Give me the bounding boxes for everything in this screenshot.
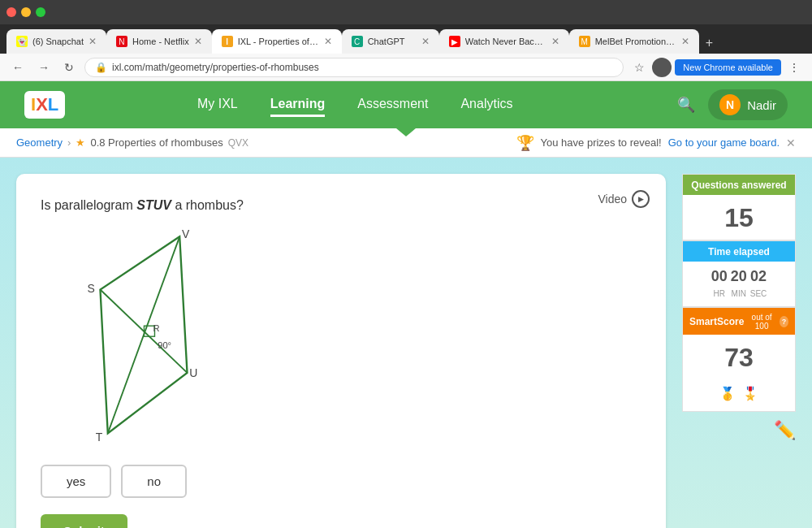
- time-min-value: 20: [731, 268, 747, 285]
- ixl-favicon: I: [222, 36, 233, 47]
- tab-chatgpt-close[interactable]: ✕: [421, 36, 430, 47]
- user-menu-button[interactable]: N Nadir: [708, 89, 788, 120]
- tab-netflix-title: Home - Netflix: [132, 37, 189, 46]
- tab-ixl-title: IXL - Properties of rhom...: [238, 37, 319, 46]
- header-arrow-indicator: [396, 128, 416, 136]
- question-suffix: a rhombus?: [171, 198, 244, 212]
- tab-netflix-close[interactable]: ✕: [194, 36, 202, 47]
- video-button[interactable]: Video ▶: [598, 190, 650, 208]
- answer-no-button[interactable]: no: [121, 465, 187, 498]
- user-avatar: N: [719, 94, 741, 115]
- melbet-favicon: M: [579, 36, 590, 47]
- svg-text:90°: 90°: [158, 340, 171, 350]
- questions-answered-value: 15: [683, 195, 795, 240]
- rhombus-diagram: V S T U R 90°: [49, 229, 227, 448]
- pencil-edit-button[interactable]: ✏️: [774, 420, 796, 441]
- breadcrumb-current: 0.8 Properties of rhombuses: [90, 136, 222, 149]
- tab-chatgpt-title: ChatGPT: [368, 37, 417, 46]
- tab-melbet-close[interactable]: ✕: [681, 36, 689, 47]
- profile-circle[interactable]: [652, 58, 672, 77]
- address-bar: ← → ↻ 🔒 ixl.com/math/geometry/properties…: [0, 54, 812, 81]
- question-card: Video ▶ Is parallelogram STUV a rhombus?: [16, 174, 666, 528]
- time-sec-label: SEC: [750, 289, 767, 298]
- breadcrumb: Geometry › ★ 0.8 Properties of rhombuses…: [16, 136, 248, 149]
- time-sec-value: 02: [750, 268, 767, 285]
- tab-melbet-title: MelBet Promotion - Roc...: [595, 37, 676, 46]
- forward-button[interactable]: →: [34, 59, 54, 76]
- prize-banner: 🏆 You have prizes to reveal! Go to your …: [516, 134, 796, 152]
- breadcrumb-separator: ›: [67, 136, 71, 149]
- video-play-icon: ▶: [632, 190, 650, 208]
- answer-buttons: yes no: [41, 465, 641, 498]
- new-tab-button[interactable]: +: [699, 32, 719, 54]
- back-button[interactable]: ←: [8, 59, 28, 76]
- breadcrumb-star-icon: ★: [76, 136, 85, 149]
- menu-button[interactable]: ⋮: [784, 59, 804, 76]
- youtube-favicon: ▶: [449, 36, 460, 47]
- question-text: Is parallelogram STUV a rhombus?: [41, 198, 641, 213]
- tab-youtube-close[interactable]: ✕: [551, 36, 559, 47]
- tab-chatgpt[interactable]: C ChatGPT ✕: [342, 29, 439, 54]
- question-prefix: Is parallelogram: [41, 198, 136, 212]
- trophy-icon: 🏆: [516, 134, 534, 152]
- video-label: Video: [598, 193, 627, 206]
- diagram-area: V S T U R 90°: [49, 229, 227, 448]
- tab-youtube[interactable]: ▶ Watch Never Back Down... ✕: [439, 29, 569, 54]
- smartscore-label: SmartScore: [689, 316, 744, 327]
- tab-melbet[interactable]: M MelBet Promotion - Roc... ✕: [569, 29, 699, 54]
- snapchat-favicon: 👻: [16, 36, 28, 47]
- search-button[interactable]: 🔍: [677, 96, 695, 114]
- time-values: 00 HR 20 MIN 02 SEC: [683, 262, 795, 306]
- svg-text:U: U: [189, 366, 197, 379]
- time-hr-unit: 00 HR: [711, 268, 728, 300]
- nav-analytics[interactable]: Analytics: [460, 93, 512, 117]
- smartscore-sub: out of 100: [747, 313, 775, 331]
- svg-text:T: T: [96, 431, 103, 444]
- badge-icons: 🥇 🎖️: [683, 379, 795, 411]
- prize-text: You have prizes to reveal!: [541, 136, 662, 149]
- browser-chrome: [0, 0, 812, 24]
- url-bar[interactable]: 🔒 ixl.com/math/geometry/properties-of-rh…: [84, 58, 624, 77]
- logo-l: L: [48, 94, 58, 115]
- chrome-actions: ☆ New Chrome available ⋮: [630, 58, 804, 77]
- ixl-logo[interactable]: IXL: [24, 91, 65, 119]
- chatgpt-favicon: C: [352, 36, 363, 47]
- url-text: ixl.com/math/geometry/properties-of-rhom…: [112, 62, 319, 73]
- prize-link[interactable]: Go to your game board.: [668, 136, 780, 149]
- tab-snapchat-close[interactable]: ✕: [89, 36, 97, 47]
- time-min-label: MIN: [732, 289, 746, 298]
- tab-ixl-close[interactable]: ✕: [324, 36, 332, 47]
- reload-button[interactable]: ↻: [60, 59, 78, 76]
- time-elapsed-label: Time elapsed: [708, 246, 770, 258]
- new-chrome-button[interactable]: New Chrome available: [675, 59, 781, 76]
- badge-icon-2: 🎖️: [742, 386, 758, 401]
- questions-answered-block: Questions answered 15: [682, 174, 796, 240]
- time-hr-label: HR: [713, 289, 724, 298]
- badge-icon-1: 🥇: [719, 386, 736, 401]
- questions-answered-label: Questions answered: [691, 180, 786, 191]
- nav-assessment[interactable]: Assessment: [357, 93, 428, 117]
- svg-text:V: V: [182, 229, 190, 240]
- tab-netflix[interactable]: N Home - Netflix ✕: [106, 29, 212, 54]
- nav-my-ixl[interactable]: My IXL: [197, 93, 238, 117]
- netflix-favicon: N: [116, 36, 127, 47]
- answer-yes-button[interactable]: yes: [41, 465, 111, 498]
- ixl-header: IXL My IXL Learning Assessment Analytics…: [0, 81, 812, 128]
- close-prize-button[interactable]: ✕: [786, 136, 796, 149]
- time-elapsed-block: Time elapsed 00 HR 20 MIN 02 SEC: [682, 240, 796, 307]
- time-hr-value: 00: [711, 268, 728, 285]
- smartscore-block: SmartScore out of 100 ? 73 🥇 🎖️: [682, 307, 796, 412]
- smartscore-info-icon[interactable]: ?: [780, 316, 788, 327]
- question-variable: STUV: [136, 198, 171, 212]
- svg-text:S: S: [88, 282, 95, 295]
- tab-snapchat[interactable]: 👻 (6) Snapchat ✕: [6, 29, 106, 54]
- nav-learning[interactable]: Learning: [270, 93, 326, 117]
- smartscore-value: 73: [683, 335, 795, 379]
- tab-ixl[interactable]: I IXL - Properties of rhom... ✕: [212, 29, 342, 54]
- stats-panel: Questions answered 15 Time elapsed 00 HR…: [682, 174, 796, 528]
- submit-button[interactable]: Submit: [41, 514, 127, 528]
- breadcrumb-code: QVX: [228, 137, 248, 149]
- time-sec-unit: 02 SEC: [750, 268, 767, 300]
- breadcrumb-parent[interactable]: Geometry: [16, 136, 63, 149]
- bookmark-button[interactable]: ☆: [630, 59, 649, 76]
